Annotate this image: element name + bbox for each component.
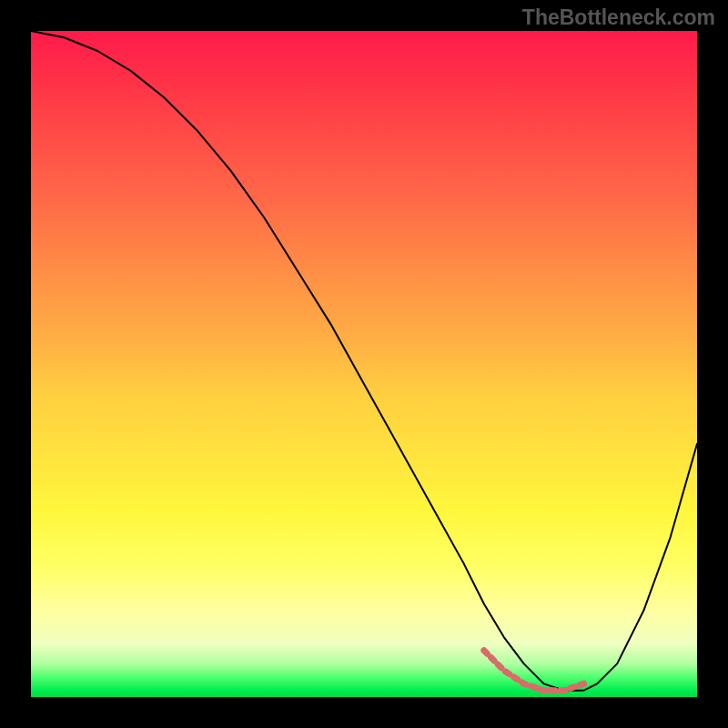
bottleneck-curve [31, 31, 697, 691]
plot-area [31, 31, 697, 697]
curve-svg [31, 31, 697, 697]
optimal-zone-highlight [484, 651, 584, 691]
watermark-text: TheBottleneck.com [522, 5, 715, 30]
